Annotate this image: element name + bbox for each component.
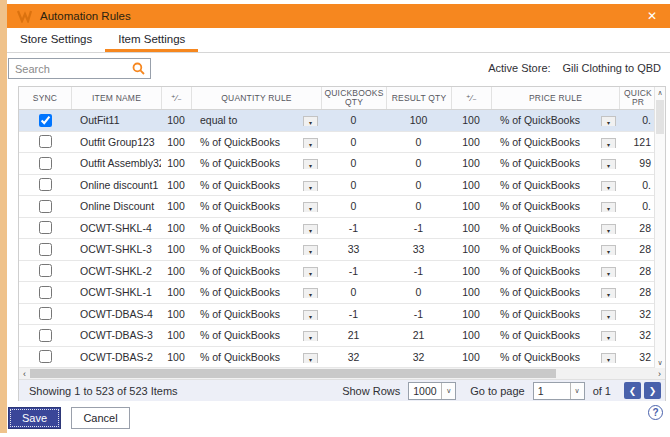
show-rows-label: Show Rows	[342, 385, 400, 397]
sync-checkbox[interactable]	[39, 221, 52, 234]
quantity-rule-cell: % of QuickBooks ▾	[191, 265, 321, 277]
column-header-item-name[interactable]: ITEM NAME	[71, 87, 161, 109]
dropdown-arrow-icon[interactable]: ▾	[303, 159, 318, 169]
dropdown-arrow-icon[interactable]: ▾	[303, 224, 318, 234]
sync-checkbox[interactable]	[39, 157, 52, 170]
table-row[interactable]: Outfit Assembly321 100 % of QuickBooks ▾…	[19, 153, 665, 175]
chevron-down-icon[interactable]: ∨	[570, 383, 584, 399]
result-qty-cell: 21	[386, 329, 451, 341]
scroll-right-icon[interactable]: ›	[654, 368, 665, 379]
cancel-button[interactable]: Cancel	[71, 407, 130, 429]
item-name-cell: OCWT-SHKL-4	[71, 222, 161, 234]
table-row[interactable]: OCWT-DBAS-4 100 % of QuickBooks ▾ -1 -1 …	[19, 304, 665, 326]
sync-cell	[19, 135, 71, 148]
sync-checkbox[interactable]	[39, 200, 52, 213]
horizontal-scrollbar[interactable]: ‹ ›	[19, 368, 665, 380]
qty-percent-cell: 100	[161, 200, 191, 212]
table-row[interactable]: OutFit11 100 equal to ▾ 0 100 100 % of Q…	[19, 110, 665, 132]
dropdown-arrow-icon[interactable]: ▾	[601, 288, 616, 298]
quantity-rule-cell: % of QuickBooks ▾	[191, 157, 321, 169]
qty-percent-cell: 100	[161, 286, 191, 298]
close-icon[interactable]: ✕	[644, 9, 660, 23]
qty-percent-cell: 100	[161, 243, 191, 255]
item-name-cell: OCWT-SHKL-1	[71, 286, 161, 298]
column-header-quantity-rule[interactable]: QUANTITY RULE	[191, 87, 321, 109]
scroll-up-icon[interactable]: ∧	[655, 89, 665, 97]
dropdown-arrow-icon[interactable]: ▾	[601, 353, 616, 363]
sync-checkbox[interactable]	[39, 286, 52, 299]
sync-checkbox[interactable]	[39, 329, 52, 342]
table-row[interactable]: Outfit Group123 100 % of QuickBooks ▾ 0 …	[19, 132, 665, 154]
chevron-down-icon[interactable]: ∨	[441, 383, 455, 399]
dropdown-arrow-icon[interactable]: ▾	[303, 202, 318, 212]
search-box[interactable]	[8, 58, 151, 79]
dropdown-arrow-icon[interactable]: ▾	[303, 181, 318, 191]
dropdown-arrow-icon[interactable]: ▾	[303, 288, 318, 298]
scroll-left-icon[interactable]: ‹	[19, 368, 30, 379]
dropdown-arrow-icon[interactable]: ▾	[601, 138, 616, 148]
sync-checkbox[interactable]	[39, 243, 52, 256]
table-row[interactable]: Online Discount 100 % of QuickBooks ▾ 0 …	[19, 196, 665, 218]
previous-page-button[interactable]: ❮	[624, 382, 641, 399]
price-rule-cell: % of QuickBooks ▾	[491, 222, 619, 234]
quickbooks-qty-cell: 0	[321, 286, 386, 298]
horizontal-scrollbar-thumb[interactable]	[30, 369, 556, 378]
table-row[interactable]: OCWT-SHKL-4 100 % of QuickBooks ▾ -1 -1 …	[19, 218, 665, 240]
table-row[interactable]: OCWT-DBAS-2 100 % of QuickBooks ▾ 32 32 …	[19, 347, 665, 369]
price-percent-cell: 100	[451, 329, 491, 341]
active-store-value: Gili Clothing to QBD	[563, 62, 661, 74]
column-header-quickbooks-qty[interactable]: QUICKBOOKS QTY	[321, 87, 386, 109]
dropdown-arrow-icon[interactable]: ▾	[601, 224, 616, 234]
table-row[interactable]: OCWT-SHKL-3 100 % of QuickBooks ▾ 33 33 …	[19, 239, 665, 261]
scroll-down-icon[interactable]: ∨	[655, 359, 665, 367]
sync-checkbox[interactable]	[39, 135, 52, 148]
vertical-scrollbar-thumb[interactable]	[656, 100, 664, 134]
dropdown-arrow-icon[interactable]: ▾	[303, 331, 318, 341]
help-icon[interactable]: ?	[648, 405, 663, 420]
table-row[interactable]: OCWT-SHKL-2 100 % of QuickBooks ▾ -1 -1 …	[19, 261, 665, 283]
dropdown-arrow-icon[interactable]: ▾	[303, 310, 318, 320]
sync-checkbox[interactable]	[39, 114, 52, 127]
next-page-button[interactable]: ❯	[644, 382, 661, 399]
column-header-price-percent[interactable]: ⁺⁄₋	[451, 87, 491, 109]
dropdown-arrow-icon[interactable]: ▾	[601, 245, 616, 255]
dropdown-arrow-icon[interactable]: ▾	[303, 353, 318, 363]
dropdown-arrow-icon[interactable]: ▾	[601, 202, 616, 212]
dropdown-arrow-icon[interactable]: ▾	[601, 310, 616, 320]
search-input[interactable]	[9, 59, 132, 78]
sync-checkbox[interactable]	[39, 264, 52, 277]
price-rule-cell: % of QuickBooks ▾	[491, 351, 619, 363]
items-table: SYNC ITEM NAME ⁺⁄₋ QUANTITY RULE QUICKBO…	[18, 86, 666, 401]
tab-item-settings[interactable]: Item Settings	[105, 28, 198, 52]
dropdown-arrow-icon[interactable]: ▾	[601, 116, 616, 126]
column-header-qty-percent[interactable]: ⁺⁄₋	[161, 87, 191, 109]
dropdown-arrow-icon[interactable]: ▾	[303, 245, 318, 255]
dropdown-arrow-icon[interactable]: ▾	[601, 181, 616, 191]
dropdown-arrow-icon[interactable]: ▾	[601, 267, 616, 277]
column-header-sync[interactable]: SYNC	[19, 87, 71, 109]
column-header-price-rule[interactable]: PRICE RULE	[491, 87, 619, 109]
vertical-scrollbar[interactable]: ∧ ∨	[654, 87, 665, 368]
search-icon[interactable]	[132, 62, 145, 75]
go-to-page-select[interactable]: 1 ∨	[533, 382, 585, 400]
save-button[interactable]: Save	[8, 407, 61, 429]
dropdown-arrow-icon[interactable]: ▾	[601, 159, 616, 169]
sync-checkbox[interactable]	[39, 178, 52, 191]
table-row[interactable]: OCWT-SHKL-1 100 % of QuickBooks ▾ 0 0 10…	[19, 282, 665, 304]
column-header-result-qty[interactable]: RESULT QTY	[386, 87, 451, 109]
table-footer: Showing 1 to 523 of 523 Items Show Rows …	[19, 380, 665, 401]
price-percent-cell: 100	[451, 265, 491, 277]
tab-store-settings[interactable]: Store Settings	[7, 28, 105, 52]
show-rows-select[interactable]: 1000 ∨	[408, 382, 456, 400]
dropdown-arrow-icon[interactable]: ▾	[303, 116, 318, 126]
table-row[interactable]: Online discount1 100 % of QuickBooks ▾ 0…	[19, 175, 665, 197]
dropdown-arrow-icon[interactable]: ▾	[303, 138, 318, 148]
table-body: OutFit11 100 equal to ▾ 0 100 100 % of Q…	[19, 110, 665, 368]
qty-percent-cell: 100	[161, 136, 191, 148]
sync-checkbox[interactable]	[39, 350, 52, 363]
price-rule-cell: % of QuickBooks ▾	[491, 265, 619, 277]
dropdown-arrow-icon[interactable]: ▾	[601, 331, 616, 341]
table-row[interactable]: OCWT-DBAS-3 100 % of QuickBooks ▾ 21 21 …	[19, 325, 665, 347]
sync-checkbox[interactable]	[39, 307, 52, 320]
dropdown-arrow-icon[interactable]: ▾	[303, 267, 318, 277]
